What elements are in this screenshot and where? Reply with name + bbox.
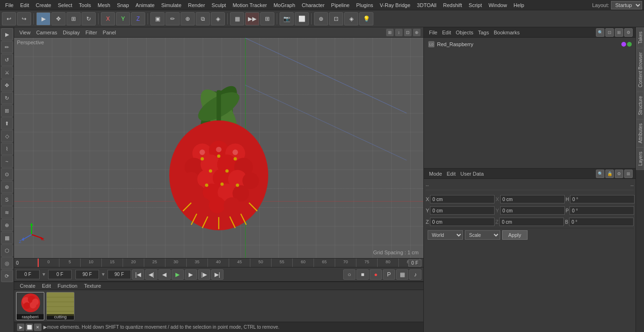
- menu-mesh[interactable]: Mesh: [94, 1, 114, 9]
- x-axis-button[interactable]: X: [101, 12, 115, 25]
- x-size-input[interactable]: [500, 195, 565, 203]
- vp-icon-3[interactable]: ⊡: [404, 29, 412, 36]
- status-icon-close[interactable]: ✕: [34, 324, 41, 331]
- side-tab-layers[interactable]: Layers: [636, 147, 644, 170]
- side-tab-content-browser[interactable]: Content Browser: [636, 48, 644, 91]
- material-raspberry[interactable]: raspberri: [16, 292, 44, 320]
- undo-button[interactable]: ↩: [2, 12, 16, 25]
- obj-header-objects[interactable]: Objects: [454, 29, 476, 36]
- menu-pipeline[interactable]: Pipeline: [328, 1, 353, 9]
- render-to-po-button[interactable]: ⊞: [260, 12, 274, 25]
- timeline[interactable]: 0 0 5 10 15 20 25 30 35 40 45 50 55 60 6…: [14, 258, 423, 267]
- object-dot-render[interactable]: [627, 42, 632, 47]
- light-button[interactable]: 💡: [359, 12, 373, 25]
- tool-scale[interactable]: ⊞: [1, 105, 13, 117]
- menu-plugins[interactable]: Plugins: [353, 1, 376, 9]
- viewport-menu-panel[interactable]: Panel: [100, 29, 118, 36]
- attr-expand-icon[interactable]: ⊞: [624, 170, 633, 178]
- side-tab-structure[interactable]: Structure: [636, 92, 644, 120]
- menu-script[interactable]: Script: [465, 1, 485, 9]
- floor-button[interactable]: ⬜: [295, 12, 309, 25]
- mat-menu-texture[interactable]: Texture: [81, 282, 104, 290]
- transport-go-end[interactable]: ▶|: [211, 269, 223, 280]
- menu-select[interactable]: Select: [55, 1, 76, 9]
- side-tab-takes[interactable]: Takes: [636, 27, 644, 48]
- deformer-button[interactable]: ⧉: [196, 12, 210, 25]
- scale-dropdown[interactable]: Scale: [465, 230, 500, 240]
- obj-filter-icon[interactable]: ⊡: [605, 28, 614, 37]
- menu-simulate[interactable]: Simulate: [158, 1, 185, 9]
- tool-bevel[interactable]: ◇: [1, 130, 13, 142]
- tool-magnet[interactable]: ⊛: [1, 181, 13, 193]
- vp-icon-2[interactable]: ↕: [395, 29, 403, 36]
- object-dot-vis[interactable]: [621, 42, 626, 47]
- tool-knife[interactable]: ⚔: [1, 66, 13, 79]
- group-button[interactable]: ⊕: [314, 12, 328, 25]
- attr-menu-edit[interactable]: Edit: [445, 170, 458, 178]
- attr-search-icon[interactable]: 🔍: [596, 170, 604, 178]
- camera-button[interactable]: 📷: [280, 12, 294, 25]
- menu-vray[interactable]: V-Ray Bridge: [377, 1, 414, 9]
- x-pos-input[interactable]: [430, 195, 495, 203]
- p-rot-input[interactable]: [570, 206, 634, 215]
- render-button[interactable]: ▶▶: [245, 12, 259, 25]
- render-view-button[interactable]: ▦: [230, 12, 244, 25]
- min-frame-input[interactable]: [48, 270, 72, 279]
- tool-extrude[interactable]: ⬆: [1, 117, 13, 130]
- status-icon-render[interactable]: ▶: [17, 324, 25, 331]
- obj-header-file[interactable]: File: [427, 29, 440, 36]
- menu-render[interactable]: Render: [185, 1, 208, 9]
- cube-create-button[interactable]: ▣: [150, 12, 165, 25]
- mat-menu-function[interactable]: Function: [55, 282, 80, 290]
- mat-menu-create[interactable]: Create: [17, 282, 38, 290]
- tool-wax[interactable]: S: [1, 194, 13, 206]
- attr-settings-icon[interactable]: ⚙: [615, 170, 623, 178]
- transport-marker[interactable]: P: [383, 269, 395, 280]
- apply-button[interactable]: Apply: [502, 230, 528, 240]
- max-frame-input[interactable]: [75, 270, 99, 279]
- y-pos-input[interactable]: [430, 206, 495, 215]
- transport-next-frame[interactable]: ▶: [185, 269, 197, 280]
- tool-paint[interactable]: ✏: [1, 41, 13, 53]
- menu-3dtoall[interactable]: 3DTOAll: [413, 1, 439, 9]
- menu-tools[interactable]: Tools: [75, 1, 94, 9]
- h-rot-input[interactable]: [570, 195, 635, 203]
- viewport-menu-cameras[interactable]: Cameras: [34, 29, 60, 36]
- transport-play[interactable]: ▶: [172, 269, 184, 280]
- tool-grab[interactable]: ⬡: [1, 244, 13, 257]
- menu-character[interactable]: Character: [298, 1, 328, 9]
- instance-button[interactable]: ⊡: [329, 12, 343, 25]
- transport-loop[interactable]: ○: [343, 269, 355, 280]
- tool-rotate[interactable]: ↻: [1, 92, 13, 104]
- menu-file[interactable]: File: [2, 1, 17, 9]
- obj-settings-icon[interactable]: ⚙: [624, 28, 633, 37]
- transport-prev-frame[interactable]: ◀: [158, 269, 171, 280]
- tool-twist[interactable]: ⟳: [1, 270, 13, 282]
- z-pos-input[interactable]: [430, 218, 495, 226]
- tool-fill[interactable]: ⊕: [1, 219, 13, 231]
- obj-header-bookmarks[interactable]: Bookmarks: [491, 29, 522, 36]
- y-axis-button[interactable]: Y: [116, 12, 130, 25]
- layout-select[interactable]: Startup: [611, 1, 642, 9]
- material-button[interactable]: ◈: [344, 12, 358, 25]
- transport-prev-key[interactable]: ◀|: [145, 269, 157, 280]
- tool-scrape[interactable]: ≋: [1, 206, 13, 219]
- menu-create[interactable]: Create: [33, 1, 55, 9]
- tool-move[interactable]: ✥: [1, 79, 13, 91]
- tool-inflate[interactable]: ◎: [1, 257, 13, 269]
- vp-icon-1[interactable]: ⊞: [386, 29, 394, 36]
- y-size-input[interactable]: [500, 206, 565, 215]
- attr-menu-userdata[interactable]: User Data: [458, 170, 487, 178]
- tool-select[interactable]: ▶: [1, 28, 13, 40]
- menu-animate[interactable]: Animate: [132, 1, 158, 9]
- select-tool-button[interactable]: ▶: [36, 12, 50, 25]
- tool-bridge[interactable]: ⌇: [1, 143, 13, 155]
- viewport-menu-display[interactable]: Display: [60, 29, 82, 36]
- attr-lock-icon[interactable]: 🔒: [605, 170, 614, 178]
- nurbs-button[interactable]: ⊕: [181, 12, 195, 25]
- tool-sculpt-drag[interactable]: ⊙: [1, 168, 13, 180]
- menu-snap[interactable]: Snap: [114, 1, 132, 9]
- object-row-raspberry[interactable]: L0 Red_Raspberry: [426, 40, 634, 49]
- start-frame-input[interactable]: [16, 270, 40, 279]
- attr-menu-mode[interactable]: Mode: [427, 170, 445, 178]
